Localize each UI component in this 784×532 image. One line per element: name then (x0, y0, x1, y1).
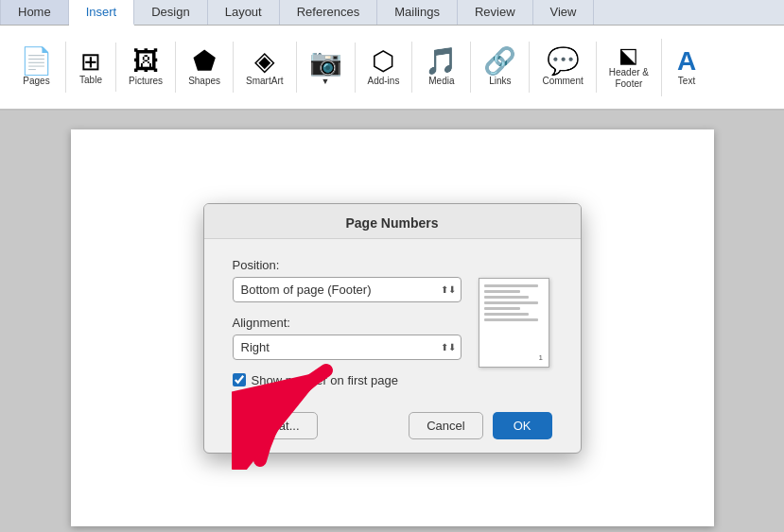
smartart-icon: ◈ (254, 48, 275, 75)
position-select-wrapper: Top of page (Header) Bottom of page (Foo… (233, 277, 462, 302)
dialog-body: Position: Top of page (Header) Bottom of… (204, 239, 581, 403)
smartart-items: ◈ SmartArt (241, 45, 287, 89)
links-button[interactable]: 🔗 Links (479, 45, 521, 89)
preview-line-7 (484, 318, 538, 321)
preview-line-5 (484, 307, 520, 310)
comment-button[interactable]: 💬 Comment (537, 45, 587, 89)
comment-icon: 💬 (547, 48, 580, 75)
show-first-page-row: Show number on first page (233, 373, 462, 387)
ribbon-group-pages: 📄 Pages (8, 42, 66, 93)
ribbon-group-table: ⊞ Table (66, 43, 116, 92)
shapes-icon: ⬟ (193, 48, 216, 75)
preview-line-3 (484, 296, 529, 299)
smartart-button[interactable]: ◈ SmartArt (241, 45, 287, 89)
text-button[interactable]: A Text (670, 45, 704, 89)
media-button[interactable]: 🎵 Media (420, 45, 462, 89)
pages-icon: 📄 (20, 48, 53, 75)
links-label: Links (489, 76, 511, 86)
links-items: 🔗 Links (479, 45, 521, 89)
ribbon-group-smartart: ◈ SmartArt (234, 42, 296, 93)
text-icon: A (677, 48, 696, 75)
page-preview: 1 (479, 278, 549, 368)
media-items: 🎵 Media (420, 45, 462, 89)
table-items: ⊞ Table (74, 46, 108, 88)
comment-items: 💬 Comment (537, 45, 587, 89)
camera-items: 📷 ▼ (305, 46, 347, 89)
tab-references[interactable]: References (280, 0, 377, 25)
ribbon-group-pictures: 🖼 Pictures (116, 42, 176, 93)
ribbon-content: 📄 Pages ⊞ Table 🖼 Pictures (0, 26, 784, 111)
position-select[interactable]: Top of page (Header) Bottom of page (Foo… (233, 277, 462, 302)
tab-insert[interactable]: Insert (69, 0, 135, 26)
table-button[interactable]: ⊞ Table (74, 46, 108, 88)
position-label: Position: (233, 258, 462, 272)
shapes-button[interactable]: ⬟ Shapes (183, 45, 225, 89)
page-numbers-dialog: Page Numbers Position: Top of page (Head… (203, 203, 582, 454)
pages-label: Pages (23, 76, 49, 86)
table-icon: ⊞ (80, 49, 101, 74)
preview-line-6 (484, 313, 529, 316)
pages-items: 📄 Pages (15, 45, 58, 89)
dialog-overlay: Page Numbers Position: Top of page (Head… (71, 129, 714, 526)
camera-label: ▼ (322, 77, 330, 86)
addins-button[interactable]: ⬡ Add-ins (363, 45, 405, 89)
page-area: Page Numbers Position: Top of page (Head… (0, 111, 784, 532)
pages-button[interactable]: 📄 Pages (15, 45, 58, 89)
dialog-right: 1 (477, 258, 552, 387)
dialog-left: Position: Top of page (Header) Bottom of… (233, 258, 462, 387)
format-button[interactable]: Format... (233, 412, 318, 439)
show-first-page-checkbox[interactable] (233, 373, 246, 386)
addins-label: Add-ins (368, 76, 400, 86)
tab-review[interactable]: Review (458, 0, 533, 25)
ribbon-group-text: A Text (662, 42, 711, 93)
tab-layout[interactable]: Layout (208, 0, 280, 25)
ribbon-group-shapes: ⬟ Shapes (176, 42, 234, 93)
tab-view[interactable]: View (533, 0, 595, 25)
pictures-label: Pictures (129, 76, 163, 86)
media-icon: 🎵 (425, 48, 458, 75)
smartart-label: SmartArt (246, 76, 283, 86)
pictures-button[interactable]: 🖼 Pictures (124, 45, 167, 89)
show-first-page-label: Show number on first page (252, 373, 398, 387)
tab-mailings[interactable]: Mailings (377, 0, 458, 25)
ribbon-group-media: 🎵 Media (412, 42, 471, 93)
comment-label: Comment (542, 76, 583, 86)
pictures-icon: 🖼 (132, 48, 159, 75)
ribbon-group-addins: ⬡ Add-ins (356, 42, 413, 93)
cancel-button[interactable]: Cancel (409, 412, 482, 439)
shapes-label: Shapes (188, 76, 220, 86)
addins-icon: ⬡ (372, 48, 394, 75)
table-label: Table (79, 75, 102, 85)
alignment-label: Alignment: (233, 316, 462, 330)
ribbon-group-comment: 💬 Comment (530, 42, 596, 93)
header-footer-items: ⬕ Header &Footer (604, 43, 653, 93)
tab-design[interactable]: Design (134, 0, 207, 25)
addins-items: ⬡ Add-ins (363, 45, 405, 89)
alignment-select-wrapper: Left Center Right Inside Outside ⬆⬇ (233, 335, 462, 360)
shapes-items: ⬟ Shapes (183, 45, 225, 89)
ok-button[interactable]: OK (493, 412, 552, 439)
preview-footer-number: 1 (539, 353, 543, 362)
dialog-footer: Format... Cancel OK (204, 403, 581, 453)
text-items: A Text (670, 45, 704, 89)
ribbon-tabs: Home Insert Design Layout References Mai… (0, 0, 784, 26)
text-label: Text (678, 76, 695, 86)
header-footer-label: Header &Footer (609, 67, 649, 90)
camera-button[interactable]: 📷 ▼ (305, 46, 347, 89)
links-icon: 🔗 (483, 48, 516, 75)
ribbon-group-links: 🔗 Links (471, 42, 530, 93)
header-footer-button[interactable]: ⬕ Header &Footer (604, 43, 653, 93)
word-document: Page Numbers Position: Top of page (Head… (71, 129, 714, 526)
tab-home[interactable]: Home (0, 0, 69, 25)
ribbon-group-camera: 📷 ▼ (297, 43, 356, 93)
preview-line-4 (484, 301, 538, 304)
preview-line-2 (484, 290, 520, 293)
media-label: Media (428, 76, 454, 86)
pictures-items: 🖼 Pictures (124, 45, 167, 89)
alignment-select[interactable]: Left Center Right Inside Outside (233, 335, 462, 360)
ribbon-group-header-footer: ⬕ Header &Footer (597, 39, 662, 96)
header-footer-icon: ⬕ (618, 45, 638, 66)
dialog-title: Page Numbers (204, 204, 581, 239)
preview-line-1 (484, 284, 538, 287)
dialog-footer-right: Cancel OK (409, 412, 551, 439)
